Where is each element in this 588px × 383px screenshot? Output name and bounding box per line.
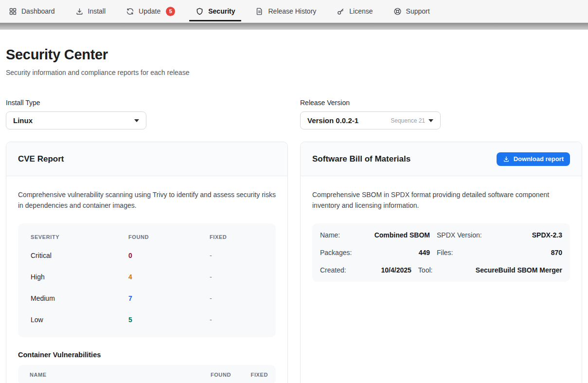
column-header-found: FOUND [128, 234, 210, 240]
grid-icon [9, 7, 17, 16]
install-type-value: Linux [13, 116, 33, 125]
info-value: Combined SBOM [362, 231, 430, 239]
main-content: Security Center Security information and… [0, 47, 588, 383]
refresh-icon [126, 7, 134, 16]
column-header-fixed: FIXED [244, 372, 268, 378]
update-count-badge: 5 [166, 7, 175, 16]
key-icon [337, 7, 345, 16]
install-type-label: Install Type [6, 99, 288, 107]
column-header-severity: SEVERITY [31, 234, 128, 240]
cve-description: Comprehensive vulnerability scanning usi… [18, 190, 276, 211]
sbom-info-grid: Name: Combined SBOM SPDX Version: SPDX-2… [312, 223, 570, 282]
severity-table-header: SEVERITY FOUND FIXED [31, 229, 263, 245]
info-row: Packages: 449 Files: 870 [320, 244, 562, 261]
fixed-count: - [210, 316, 263, 324]
fixed-count: - [210, 252, 263, 259]
severity-name: Medium [31, 294, 128, 302]
table-row: Low 5 - [31, 309, 263, 330]
sbom-card: Software Bill of Materials Download repo… [300, 142, 582, 383]
info-label: Created: [320, 266, 355, 274]
info-label: Packages: [320, 249, 355, 256]
severity-name: Critical [31, 252, 128, 259]
table-row: Medium 7 - [31, 288, 263, 309]
sbom-card-title: Software Bill of Materials [312, 154, 410, 164]
sbom-card-body: Comprehensive SBOM in SPDX format provid… [301, 176, 582, 293]
found-count: 7 [128, 294, 210, 302]
severity-table: SEVERITY FOUND FIXED Critical 0 - High 4… [18, 223, 276, 337]
nav-label: Security [208, 7, 235, 15]
nav-item-license[interactable]: License [326, 0, 383, 22]
sbom-card-header: Software Bill of Materials Download repo… [301, 142, 582, 176]
container-vulnerabilities-title: Container Vulnerabilities [18, 351, 276, 359]
nav-item-install[interactable]: Install [65, 0, 116, 22]
info-label: SPDX Version: [437, 231, 487, 239]
info-value: SecureBuild SBOM Merger [476, 266, 562, 274]
file-text-icon [255, 7, 264, 16]
severity-name: Low [31, 316, 128, 324]
cve-card-title: CVE Report [18, 154, 64, 164]
fixed-count: - [210, 273, 263, 281]
download-report-label: Download report [514, 155, 564, 163]
nav-item-update[interactable]: Update 5 [116, 0, 185, 22]
sbom-description: Comprehensive SBOM in SPDX format provid… [312, 190, 570, 211]
install-type-select[interactable]: Linux [6, 111, 146, 129]
fixed-count: - [210, 294, 263, 302]
info-label: Name: [320, 231, 355, 239]
nav-item-security[interactable]: Security [185, 0, 245, 22]
column-header-name: NAME [30, 372, 188, 378]
cve-card-header: CVE Report [6, 142, 287, 176]
info-value: 870 [494, 249, 562, 256]
nav-item-dashboard[interactable]: Dashboard [9, 0, 65, 22]
chevron-down-icon [428, 119, 433, 122]
nav-label: Update [139, 7, 160, 15]
container-vulnerabilities-header: NAME FOUND FIXED [18, 365, 276, 383]
window-shadow-band [0, 23, 588, 30]
release-version-filter: Release Version Version 0.0.2-1 Sequence… [300, 99, 582, 129]
release-version-value: Version 0.0.2-1 [307, 116, 358, 125]
page-title: Security Center [6, 47, 582, 63]
table-row: High 4 - [31, 266, 263, 288]
table-row: Critical 0 - [31, 245, 263, 266]
release-version-select[interactable]: Version 0.0.2-1 Sequence 21 [300, 111, 441, 129]
nav-label: Install [88, 7, 106, 15]
nav-label: Release History [268, 7, 316, 15]
info-label: Files: [437, 249, 487, 256]
info-row: Name: Combined SBOM SPDX Version: SPDX-2… [320, 226, 562, 244]
filters-row: Install Type Linux Release Version Versi… [6, 99, 582, 129]
nav-item-support[interactable]: Support [383, 0, 440, 22]
info-label: Tool: [418, 266, 469, 274]
download-report-button[interactable]: Download report [497, 152, 570, 166]
found-count: 4 [128, 273, 210, 281]
page-subtitle: Security information and compliance repo… [6, 69, 582, 76]
info-row: Created: 10/4/2025 Tool: SecureBuild SBO… [320, 261, 562, 279]
info-value: 10/4/2025 [362, 266, 411, 274]
found-count: 5 [128, 316, 210, 324]
cve-report-card: CVE Report Comprehensive vulnerability s… [6, 142, 288, 383]
chevron-down-icon [134, 119, 139, 122]
severity-name: High [31, 273, 128, 281]
sequence-label: Sequence 21 [391, 117, 425, 124]
found-count: 0 [128, 252, 210, 259]
release-version-label: Release Version [300, 99, 582, 107]
cards-row: CVE Report Comprehensive vulnerability s… [6, 142, 582, 383]
nav-label: Support [406, 7, 430, 15]
nav-label: Dashboard [21, 7, 55, 15]
top-navigation: Dashboard Install Update 5 Security Rele… [0, 0, 588, 23]
nav-label: License [349, 7, 373, 15]
shield-icon [196, 7, 204, 16]
column-header-found: FOUND [201, 372, 231, 378]
cve-card-body: Comprehensive vulnerability scanning usi… [6, 176, 287, 383]
download-icon [75, 7, 84, 16]
download-icon [503, 156, 510, 163]
column-header-fixed: FIXED [210, 234, 263, 240]
install-type-filter: Install Type Linux [6, 99, 288, 129]
info-value: SPDX-2.3 [494, 231, 562, 239]
nav-item-release-history[interactable]: Release History [245, 0, 326, 22]
lifebuoy-icon [393, 7, 402, 16]
info-value: 449 [362, 249, 430, 256]
